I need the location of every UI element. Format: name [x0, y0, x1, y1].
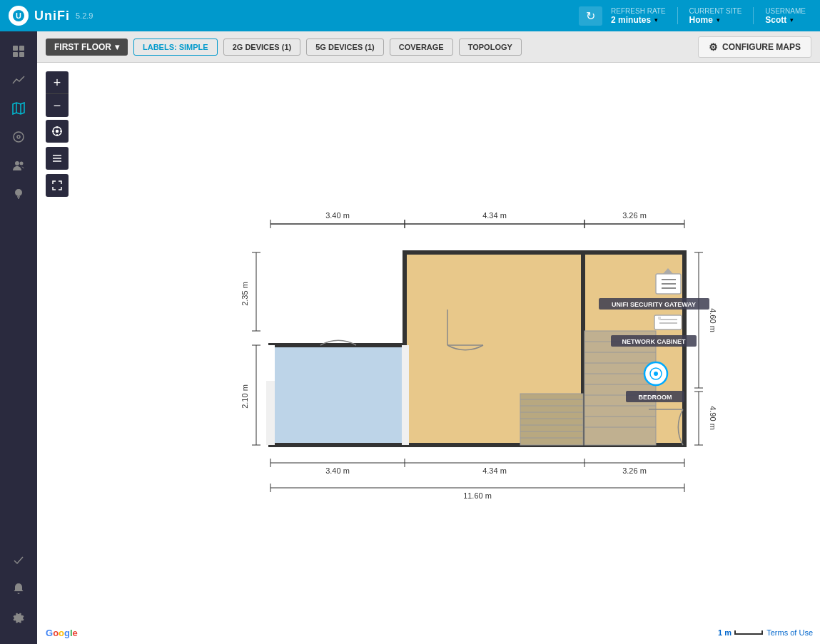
username-row: Scott ▾	[765, 15, 794, 25]
svg-point-9	[14, 132, 24, 142]
site-row: Home ▾	[689, 15, 720, 25]
svg-text:11.60 m: 11.60 m	[463, 491, 492, 500]
svg-text:4.34 m: 4.34 m	[482, 211, 507, 220]
version-label: 5.2.9	[76, 11, 93, 20]
svg-text:U: U	[16, 11, 21, 20]
scale-label: 1 m	[718, 628, 732, 637]
refresh-rate-row: 2 minutes ▾	[611, 15, 658, 25]
floor-chevron-icon: ▾	[115, 42, 119, 52]
sidebar-item-settings[interactable]	[6, 604, 31, 630]
sidebar-item-dashboard[interactable]	[6, 39, 31, 64]
username-value: Scott	[765, 15, 786, 25]
floor-label: FIRST FLOOR	[54, 42, 111, 52]
scale-line	[734, 630, 763, 635]
google-logo: Google	[46, 628, 78, 638]
map-tools	[46, 120, 69, 197]
scale-bar: 1 m	[718, 628, 763, 637]
sidebar-item-statistics[interactable]	[6, 67, 31, 93]
site-chevron-icon: ▾	[717, 16, 720, 24]
svg-text:4.90 m: 4.90 m	[709, 406, 717, 430]
sidebar-item-alerts[interactable]	[6, 547, 31, 573]
site-label: CURRENT SITE	[689, 7, 742, 15]
svg-rect-91	[402, 345, 409, 445]
svg-text:3.40 m: 3.40 m	[325, 466, 350, 475]
map-area[interactable]: + −	[37, 63, 820, 644]
list-view-button[interactable]	[46, 147, 69, 170]
logo-area: U UniFi 5.2.9	[9, 6, 93, 26]
svg-rect-5	[19, 52, 24, 57]
toolbar: FIRST FLOOR ▾ LABELS: SIMPLE 2G DEVICES …	[37, 31, 820, 63]
svg-text:4.60 m: 4.60 m	[709, 308, 717, 332]
topology-button[interactable]: TOPOLOGY	[459, 39, 522, 56]
sidebar-item-notifications[interactable]	[6, 576, 31, 601]
svg-text:3.26 m: 3.26 m	[622, 466, 647, 475]
zoom-out-button[interactable]: −	[46, 94, 69, 117]
svg-rect-4	[13, 52, 18, 57]
sidebar	[0, 31, 37, 644]
expand-button[interactable]	[46, 174, 69, 197]
svg-rect-3	[19, 46, 24, 51]
refresh-rate-label: REFRESH RATE	[611, 7, 666, 15]
top-bar-right: ↻ REFRESH RATE 2 minutes ▾ CURRENT SITE …	[579, 6, 811, 26]
svg-text:UNIFI SECURITY GATEWAY: UNIFI SECURITY GATEWAY	[612, 301, 696, 308]
zoom-controls: + −	[46, 71, 69, 117]
svg-text:3.26 m: 3.26 m	[622, 211, 647, 220]
username-chevron-icon: ▾	[790, 16, 794, 24]
username-label: USERNAME	[765, 7, 806, 15]
svg-point-11	[15, 161, 19, 165]
separator-2	[753, 7, 754, 24]
sidebar-item-maps[interactable]	[6, 96, 31, 121]
current-site-group[interactable]: CURRENT SITE Home ▾	[684, 7, 748, 25]
svg-rect-2	[13, 46, 18, 51]
floor-selector-button[interactable]: FIRST FLOOR ▾	[46, 39, 128, 56]
floor-plan-svg: 3.40 m 4.34 m 3.26 m 2.35 m	[235, 203, 720, 502]
svg-point-10	[17, 136, 20, 138]
svg-point-15	[56, 131, 59, 133]
refresh-button[interactable]: ↻	[579, 6, 602, 26]
refresh-chevron-icon: ▾	[654, 16, 658, 24]
svg-rect-69	[584, 331, 656, 445]
svg-rect-92	[266, 345, 275, 381]
coverage-button[interactable]: COVERAGE	[390, 39, 453, 56]
content-area: FIRST FLOOR ▾ LABELS: SIMPLE 2G DEVICES …	[37, 31, 820, 644]
5g-devices-button[interactable]: 5G DEVICES (1)	[306, 39, 384, 56]
username-group[interactable]: USERNAME Scott ▾	[759, 7, 811, 25]
svg-text:4.34 m: 4.34 m	[482, 466, 507, 475]
2g-devices-button[interactable]: 2G DEVICES (1)	[223, 39, 301, 56]
refresh-icon: ↻	[586, 9, 595, 23]
separator-1	[677, 7, 678, 24]
svg-marker-6	[13, 103, 24, 114]
refresh-rate-value: 2 minutes	[611, 15, 651, 25]
sidebar-bottom	[6, 547, 31, 637]
zoom-in-button[interactable]: +	[46, 71, 69, 94]
sidebar-item-devices[interactable]	[6, 124, 31, 150]
svg-point-108	[654, 372, 658, 376]
top-bar: U UniFi 5.2.9 ↻ REFRESH RATE 2 minutes ▾…	[0, 0, 820, 31]
svg-rect-103	[658, 317, 661, 320]
brand-name: UniFi	[34, 9, 70, 24]
refresh-rate-group[interactable]: REFRESH RATE 2 minutes ▾	[605, 7, 672, 25]
svg-text:NETWORK CABINET: NETWORK CABINET	[622, 338, 685, 345]
svg-text:BEDROOM: BEDROOM	[638, 394, 672, 401]
svg-text:3.40 m: 3.40 m	[325, 211, 350, 220]
labels-button[interactable]: LABELS: SIMPLE	[133, 39, 218, 56]
svg-rect-64	[270, 345, 405, 445]
main-area: FIRST FLOOR ▾ LABELS: SIMPLE 2G DEVICES …	[0, 31, 820, 644]
svg-rect-79	[520, 394, 583, 445]
sidebar-item-insights[interactable]	[6, 181, 31, 207]
svg-text:2.35 m: 2.35 m	[241, 282, 249, 306]
sidebar-item-clients[interactable]	[6, 153, 31, 178]
svg-text:2.10 m: 2.10 m	[241, 384, 249, 409]
svg-point-12	[20, 162, 24, 165]
site-value: Home	[689, 15, 713, 25]
svg-point-13	[15, 189, 22, 196]
ubiquiti-logo: U	[9, 6, 29, 26]
center-map-button[interactable]	[46, 120, 69, 143]
gear-icon: ⚙	[709, 41, 718, 53]
configure-maps-button[interactable]: ⚙ CONFIGURE MAPS	[698, 36, 811, 58]
floor-plan: 3.40 m 4.34 m 3.26 m 2.35 m	[235, 203, 720, 505]
terms-link[interactable]: Terms of Use	[766, 628, 813, 637]
